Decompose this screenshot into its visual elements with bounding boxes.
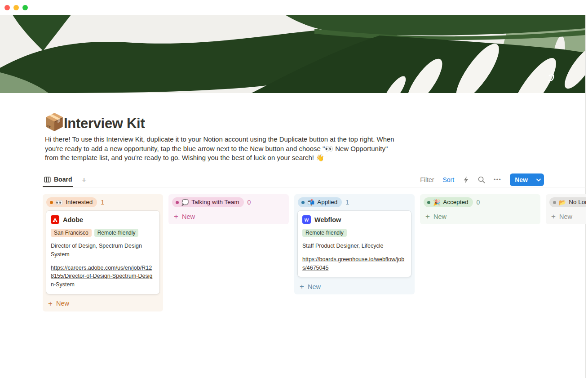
card-job-link[interactable]: https://boards.greenhouse.io/webflow/job…	[302, 255, 407, 272]
more-options-button[interactable]: •••	[494, 177, 501, 183]
board-column-accepted: 🎉 Accepted 0 + New	[420, 194, 540, 224]
column-new-card-button[interactable]: + New	[43, 297, 163, 311]
webflow-w-glyph: w	[305, 217, 309, 222]
new-card-label: New	[433, 213, 447, 220]
board-column-interested: 👀 Interested 1 Adobe San Francisco Rem	[43, 194, 163, 311]
column-label: Applied	[317, 198, 337, 206]
board-tab-label: Board	[54, 176, 72, 183]
column-count: 1	[345, 199, 349, 206]
page-description: Hi there! To use this Interview Kit, dup…	[45, 135, 394, 163]
new-card-label: New	[308, 283, 321, 290]
add-view-button[interactable]: +	[80, 176, 88, 184]
status-pill: 👀 Interested	[46, 197, 97, 207]
new-card-label: New	[559, 213, 572, 220]
new-dropdown-button[interactable]	[533, 173, 544, 186]
status-dot-icon	[176, 201, 179, 204]
column-header[interactable]: 💭 Talking with Team 0	[168, 194, 289, 209]
column-header[interactable]: 👀 Interested 1	[43, 194, 163, 209]
card-webflow[interactable]: w Webflow Remote-friendly Staff Product …	[298, 211, 411, 277]
card-tags: San Francisco Remote-friendly	[51, 229, 155, 237]
zoom-window-button[interactable]	[22, 5, 28, 10]
tag-remote-friendly: Remote-friendly	[302, 229, 347, 237]
lightning-bolt-icon	[463, 176, 469, 183]
column-count: 0	[248, 199, 251, 206]
new-card-label: New	[182, 213, 195, 220]
status-pill: 🎉 Accepted	[424, 197, 473, 207]
minimize-window-button[interactable]	[13, 5, 19, 10]
card-tags: Remote-friendly	[302, 229, 407, 237]
plus-icon: +	[48, 300, 53, 307]
card-role: Staff Product Designer, Lifecycle	[302, 242, 407, 250]
thought-balloon-emoji-icon: 💭	[181, 200, 189, 205]
close-window-button[interactable]	[4, 5, 10, 10]
notion-window: 📦 Interview Kit Hi there! To use this In…	[0, 0, 588, 378]
window-titlebar	[0, 0, 588, 15]
column-header[interactable]: 🎉 Accepted 0	[420, 194, 540, 209]
board-column-applied: 📬 Applied 1 w Webflow Remote-friendly St…	[294, 194, 415, 294]
cover-image	[0, 15, 585, 93]
column-label: No Lon	[569, 198, 586, 206]
card-role: Director of Design, Spectrum Design Syst…	[51, 242, 155, 259]
tag-san-francisco: San Francisco	[51, 229, 92, 237]
mailbox-emoji-icon: 📬	[307, 200, 314, 205]
plus-icon: +	[425, 213, 430, 220]
plus-icon: +	[300, 283, 304, 290]
status-pill: 💭 Talking with Team	[172, 197, 244, 207]
party-popper-emoji-icon: 🎉	[433, 200, 440, 205]
adobe-logo-icon	[51, 215, 59, 224]
status-pill: 📂 No Lon	[549, 197, 586, 207]
tab-board-view[interactable]: Board	[43, 173, 73, 187]
page-emoji-icon[interactable]: 📦	[44, 113, 65, 132]
card-company-name: Adobe	[63, 216, 83, 223]
page-title: Interview Kit	[64, 116, 145, 132]
toolbar-divider	[43, 187, 586, 187]
plus-icon: +	[551, 213, 556, 220]
column-label: Talking with Team	[191, 198, 239, 206]
card-company-name: Webflow	[314, 216, 341, 223]
status-pill: 📬 Applied	[298, 197, 342, 207]
column-label: Interested	[66, 198, 93, 206]
column-header[interactable]: 📂 No Lon	[546, 194, 586, 209]
kanban-board: 👀 Interested 1 Adobe San Francisco Rem	[43, 194, 586, 329]
column-label: Accepted	[443, 198, 468, 206]
board-view-icon	[44, 176, 51, 183]
new-split-button: New	[510, 173, 544, 186]
column-count: 0	[477, 199, 480, 206]
column-new-card-button[interactable]: + New	[168, 209, 289, 224]
column-count: 1	[101, 199, 104, 206]
column-new-card-button[interactable]: + New	[420, 209, 540, 224]
card-job-link[interactable]: https://careers.adobe.com/us/en/job/R128…	[51, 264, 155, 289]
status-dot-icon	[553, 201, 556, 204]
tag-remote-friendly: Remote-friendly	[94, 229, 139, 237]
plus-icon: +	[174, 213, 178, 220]
eyes-emoji-icon: 👀	[56, 200, 63, 205]
monstera-leaves-illustration	[0, 15, 585, 93]
filter-button[interactable]: Filter	[420, 176, 434, 183]
view-toolbar: Board + Filter Sort ••• New	[43, 173, 544, 187]
card-adobe[interactable]: Adobe San Francisco Remote-friendly Dire…	[46, 211, 159, 294]
folder-emoji-icon: 📂	[559, 200, 566, 205]
column-new-card-button[interactable]: + New	[546, 209, 586, 224]
adobe-a-glyph	[52, 217, 58, 222]
board-column-talking-with-team: 💭 Talking with Team 0 + New	[168, 194, 289, 224]
automations-button[interactable]	[463, 176, 469, 183]
new-button[interactable]: New	[510, 173, 533, 186]
status-dot-icon	[301, 201, 305, 204]
new-card-label: New	[56, 300, 69, 307]
column-new-card-button[interactable]: + New	[294, 280, 415, 294]
board-column-no-longer: 📂 No Lon + New	[546, 194, 586, 224]
window-controls	[4, 5, 28, 10]
search-icon	[478, 176, 485, 183]
search-button[interactable]	[478, 176, 485, 183]
column-header[interactable]: 📬 Applied 1	[294, 194, 415, 209]
status-dot-icon	[50, 201, 53, 204]
chevron-down-icon	[536, 178, 541, 182]
webflow-logo-icon: w	[302, 215, 311, 224]
sort-button[interactable]: Sort	[442, 176, 454, 183]
status-dot-icon	[427, 201, 430, 204]
